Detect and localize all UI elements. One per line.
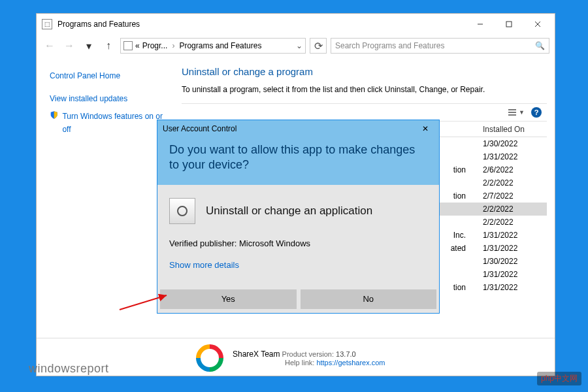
help-link-label: Help link: (285, 359, 314, 367)
row-installed-date: 1/30/2022 (483, 257, 542, 266)
chevron-right-icon: › (172, 41, 174, 50)
search-icon: 🔍 (535, 41, 545, 50)
address-bar[interactable]: « Progr... › Programs and Features ⌄ (120, 38, 306, 54)
control-panel-icon (123, 41, 133, 50)
maximize-button[interactable] (495, 14, 523, 34)
uac-title-text: User Account Control (163, 124, 237, 133)
navbar: ← → ▾ ↑ « Progr... › Programs and Featur… (37, 35, 555, 57)
sidebar-link-updates[interactable]: View installed updates (50, 93, 169, 105)
sidebar-link-features[interactable]: Turn Windows features on or off (50, 110, 169, 135)
uac-titlebar: User Account Control ✕ (157, 120, 439, 137)
svg-rect-6 (508, 114, 516, 116)
svg-rect-1 (506, 22, 512, 27)
uac-dialog: User Account Control ✕ Do you want to al… (157, 120, 440, 314)
sidebar: Control Panel Home View installed update… (37, 57, 174, 338)
row-installed-date: 1/31/2022 (483, 244, 542, 253)
search-input[interactable]: Search Programs and Features 🔍 (331, 38, 549, 54)
page-subtitle: To uninstall a program, select it from t… (182, 85, 547, 94)
breadcrumb-part1[interactable]: Progr... (142, 41, 168, 50)
uac-yes-button[interactable]: Yes (160, 289, 297, 309)
column-installed-on[interactable]: Installed On (483, 125, 542, 134)
watermark-windowsreport: windowsreport (29, 362, 109, 376)
forward-button[interactable]: → (61, 38, 77, 54)
row-installed-date: 1/30/2022 (483, 139, 542, 148)
sidebar-link-features-label: Turn Windows features on or off (62, 110, 169, 135)
minimize-button[interactable] (466, 14, 495, 34)
breadcrumb-root[interactable]: « (135, 41, 140, 50)
row-installed-date: 1/31/2022 (483, 283, 542, 292)
row-installed-date: 2/2/2022 (483, 178, 542, 188)
search-placeholder: Search Programs and Features (335, 41, 535, 50)
shield-icon (50, 110, 58, 120)
back-button[interactable]: ← (42, 38, 57, 54)
chevron-down-icon: ▼ (519, 109, 525, 116)
breadcrumb-part2[interactable]: Programs and Features (179, 41, 261, 50)
details-pane: ShareX Team Product version: 13.7.0 Help… (37, 338, 555, 377)
row-installed-date: 1/31/2022 (483, 270, 542, 279)
row-installed-date: 2/6/2022 (483, 165, 542, 174)
view-options-button[interactable]: ▼ (508, 108, 525, 117)
application-icon (169, 198, 195, 224)
breadcrumb-dropdown-icon[interactable]: ⌄ (296, 41, 302, 50)
publisher-name: ShareX Team (233, 350, 280, 359)
uac-app-row: Uninstall or change an application (169, 198, 427, 224)
up-button[interactable]: ↑ (101, 38, 116, 54)
details-text: ShareX Team Product version: 13.7.0 Help… (233, 350, 385, 367)
version-value: 13.7.0 (336, 350, 356, 358)
window-title: Programs and Features (57, 20, 466, 29)
uac-no-button[interactable]: No (301, 289, 437, 309)
uac-app-name: Uninstall or change an application (206, 204, 372, 218)
row-installed-date: 2/2/2022 (483, 218, 542, 227)
watermark-phpcn: php中文网 (537, 372, 581, 385)
uac-show-more-link[interactable]: Show more details (169, 260, 427, 270)
svg-rect-5 (508, 112, 516, 113)
uac-publisher: Verified publisher: Microsoft Windows (169, 238, 427, 248)
row-installed-date: 2/7/2022 (483, 191, 542, 201)
close-button[interactable] (523, 14, 552, 34)
window-icon: ⬚ (42, 19, 52, 29)
window-controls (466, 14, 552, 34)
sharex-icon (190, 338, 229, 377)
sidebar-link-home[interactable]: Control Panel Home (50, 70, 169, 82)
help-button[interactable]: ? (531, 107, 542, 118)
row-installed-date: 1/31/2022 (483, 152, 542, 161)
titlebar: ⬚ Programs and Features (37, 14, 555, 35)
toolbar: ▼ ? (182, 103, 547, 122)
uac-body: Uninstall or change an application Verif… (157, 185, 439, 289)
row-installed-date: 2/2/2022 (483, 204, 542, 214)
recent-dropdown[interactable]: ▾ (81, 38, 97, 54)
uac-close-button[interactable]: ✕ (417, 122, 434, 136)
refresh-button[interactable]: ⟳ (310, 38, 327, 54)
uac-button-row: Yes No (157, 289, 439, 313)
page-heading: Uninstall or change a program (182, 66, 547, 77)
row-installed-date: 1/31/2022 (483, 231, 542, 240)
uac-heading: Do you want to allow this app to make ch… (157, 137, 439, 185)
help-link[interactable]: https://getsharex.com (316, 359, 385, 367)
svg-rect-4 (508, 109, 516, 110)
version-label: Product version: (282, 350, 334, 358)
